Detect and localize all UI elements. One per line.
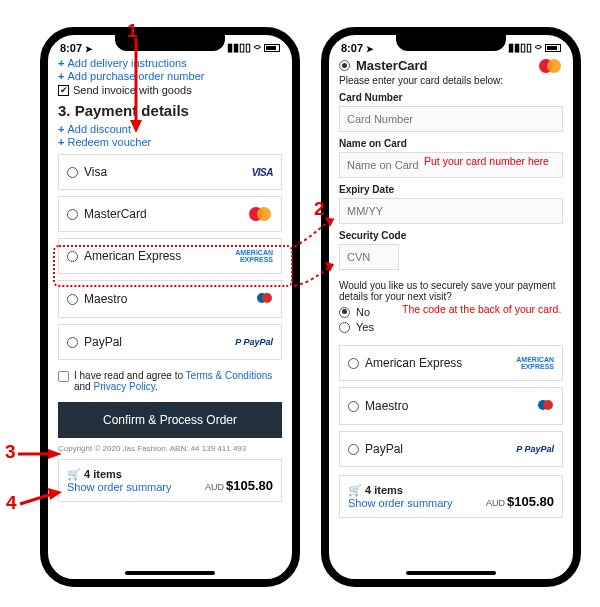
radio-icon bbox=[67, 167, 78, 178]
visa-logo: VISA bbox=[252, 167, 273, 178]
phone-left: 8:07 ➤ ▮▮▯▯ ⌔ +Add delivery instructions… bbox=[40, 27, 300, 587]
cart-items-count: 4 items bbox=[365, 484, 403, 496]
expiry-input[interactable] bbox=[339, 198, 563, 224]
note-cvn: The code at the back of your card. bbox=[402, 303, 561, 315]
svg-marker-5 bbox=[48, 449, 62, 459]
radio-icon bbox=[348, 358, 359, 369]
mastercard-logo bbox=[539, 59, 563, 73]
annotation-4: 4 bbox=[6, 492, 17, 514]
paypal-logo: P PayPal bbox=[235, 337, 273, 347]
save-details-question: Would you like us to securely save your … bbox=[339, 280, 563, 302]
payment-option-mastercard[interactable]: MasterCard bbox=[58, 196, 282, 232]
notch bbox=[396, 33, 506, 51]
cart-total: AUD$105.80 bbox=[205, 478, 273, 493]
arrow-3 bbox=[18, 448, 62, 460]
status-time: 8:07 bbox=[60, 42, 82, 54]
svg-marker-2 bbox=[325, 217, 334, 227]
signal-icon: ▮▮▯▯ bbox=[227, 41, 251, 54]
redeem-voucher-link[interactable]: +Redeem voucher bbox=[58, 136, 282, 148]
card-number-input[interactable] bbox=[339, 106, 563, 132]
maestro-logo bbox=[538, 398, 554, 414]
svg-marker-1 bbox=[130, 120, 142, 133]
cart-summary: 🛒 4 items Show order summary AUD$105.80 bbox=[58, 459, 282, 502]
payment-option-paypal[interactable]: PayPal P PayPal bbox=[339, 431, 563, 467]
send-invoice-toggle[interactable]: ✔ Send invoice with goods bbox=[58, 84, 282, 96]
status-time: 8:07 bbox=[341, 42, 363, 54]
annotation-2: 2 bbox=[314, 198, 325, 220]
card-details-sublabel: Please enter your card details below: bbox=[339, 75, 563, 86]
arrow-4 bbox=[18, 490, 62, 510]
privacy-link[interactable]: Privacy Policy bbox=[93, 381, 155, 392]
checkbox-icon bbox=[58, 371, 69, 382]
plus-icon: + bbox=[58, 57, 64, 69]
expiry-label: Expiry Date bbox=[339, 184, 563, 195]
radio-icon bbox=[348, 401, 359, 412]
battery-icon bbox=[264, 44, 280, 52]
radio-selected-icon bbox=[339, 60, 350, 71]
selected-mastercard-header: MasterCard bbox=[339, 58, 428, 73]
payment-option-visa[interactable]: Visa VISA bbox=[58, 154, 282, 190]
confirm-order-button[interactable]: Confirm & Process Order bbox=[58, 402, 282, 438]
screen-content-left: +Add delivery instructions +Add purchase… bbox=[48, 57, 292, 542]
home-indicator bbox=[125, 571, 215, 575]
paypal-logo: P PayPal bbox=[516, 444, 554, 454]
plus-icon: + bbox=[58, 123, 64, 135]
show-summary-link[interactable]: Show order summary bbox=[348, 497, 453, 509]
radio-icon bbox=[67, 209, 78, 220]
location-icon: ➤ bbox=[366, 44, 374, 54]
cart-total: AUD$105.80 bbox=[486, 494, 554, 509]
add-delivery-link[interactable]: +Add delivery instructions bbox=[58, 57, 282, 69]
svg-marker-7 bbox=[48, 488, 62, 500]
checkbox-checked-icon: ✔ bbox=[58, 85, 69, 96]
plus-icon: + bbox=[58, 136, 64, 148]
payment-details-heading: 3. Payment details bbox=[58, 102, 282, 119]
payment-option-amex[interactable]: American Express AMERICANEXPRESS bbox=[339, 345, 563, 381]
wifi-icon: ⌔ bbox=[535, 42, 542, 54]
add-discount-link[interactable]: +Add discount bbox=[58, 123, 282, 135]
save-yes-option[interactable]: Yes bbox=[339, 321, 563, 333]
agree-terms-row[interactable]: I have read and agree to Terms & Conditi… bbox=[58, 370, 282, 392]
terms-link[interactable]: Terms & Conditions bbox=[186, 370, 273, 381]
cart-icon: 🛒 bbox=[348, 484, 365, 496]
radio-icon bbox=[67, 337, 78, 348]
mastercard-logo bbox=[249, 207, 273, 221]
svg-marker-3 bbox=[325, 262, 334, 272]
annotation-1: 1 bbox=[127, 20, 138, 42]
radio-icon bbox=[67, 294, 78, 305]
add-po-link[interactable]: +Add purchase order number bbox=[58, 70, 282, 82]
radio-icon bbox=[339, 322, 350, 333]
signal-icon: ▮▮▯▯ bbox=[508, 41, 532, 54]
payment-option-paypal[interactable]: PayPal P PayPal bbox=[58, 324, 282, 360]
cart-summary: 🛒 4 items Show order summary AUD$105.80 bbox=[339, 475, 563, 518]
battery-icon bbox=[545, 44, 561, 52]
home-indicator bbox=[406, 571, 496, 575]
highlight-mastercard bbox=[53, 245, 293, 287]
cart-icon: 🛒 bbox=[67, 468, 84, 480]
name-on-card-label: Name on Card bbox=[339, 138, 563, 149]
note-card-number: Put your card number here bbox=[424, 155, 549, 167]
annotation-3: 3 bbox=[5, 441, 16, 463]
cart-items-count: 4 items bbox=[84, 468, 122, 480]
amex-logo: AMERICANEXPRESS bbox=[516, 356, 554, 370]
payment-option-maestro[interactable]: Maestro bbox=[339, 387, 563, 425]
maestro-logo bbox=[257, 291, 273, 307]
location-icon: ➤ bbox=[85, 44, 93, 54]
connector-bottom bbox=[292, 262, 342, 322]
cvn-label: Security Code bbox=[339, 230, 563, 241]
wifi-icon: ⌔ bbox=[254, 42, 261, 54]
plus-icon: + bbox=[58, 70, 64, 82]
arrow-1 bbox=[128, 38, 144, 133]
show-summary-link[interactable]: Show order summary bbox=[67, 481, 172, 493]
agree-text: I have read and agree to Terms & Conditi… bbox=[74, 370, 282, 392]
svg-line-6 bbox=[20, 494, 52, 504]
radio-icon bbox=[348, 444, 359, 455]
copyright-text: Copyright © 2020 Jas Fashion. ABN: 44 13… bbox=[58, 444, 282, 453]
card-number-label: Card Number bbox=[339, 92, 563, 103]
cvn-input[interactable] bbox=[339, 244, 399, 270]
